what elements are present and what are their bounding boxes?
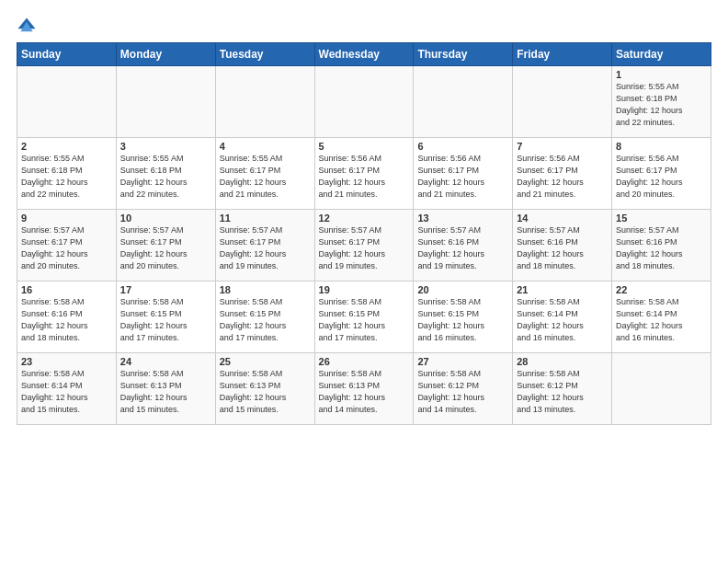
calendar-cell: 11Sunrise: 5:57 AM Sunset: 6:17 PM Dayli…: [215, 210, 314, 282]
calendar-cell: 21Sunrise: 5:58 AM Sunset: 6:14 PM Dayli…: [513, 282, 612, 353]
calendar-cell: 3Sunrise: 5:55 AM Sunset: 6:18 PM Daylig…: [116, 138, 215, 210]
calendar-cell: 15Sunrise: 5:57 AM Sunset: 6:16 PM Dayli…: [612, 210, 711, 282]
day-info: Sunrise: 5:58 AM Sunset: 6:15 PM Dayligh…: [319, 296, 410, 344]
day-info: Sunrise: 5:58 AM Sunset: 6:14 PM Dayligh…: [21, 368, 112, 416]
day-header-sunday: Sunday: [17, 43, 117, 66]
week-row-2: 2Sunrise: 5:55 AM Sunset: 6:18 PM Daylig…: [17, 138, 711, 210]
day-number: 12: [319, 213, 410, 224]
calendar-cell: 25Sunrise: 5:58 AM Sunset: 6:13 PM Dayli…: [215, 353, 314, 425]
day-number: 16: [21, 284, 112, 295]
calendar-cell: [414, 66, 513, 138]
day-info: Sunrise: 5:55 AM Sunset: 6:18 PM Dayligh…: [616, 81, 707, 129]
day-info: Sunrise: 5:57 AM Sunset: 6:17 PM Dayligh…: [120, 224, 211, 272]
day-number: 13: [417, 213, 508, 224]
calendar-cell: 24Sunrise: 5:58 AM Sunset: 6:13 PM Dayli…: [116, 353, 215, 425]
calendar-cell: 20Sunrise: 5:58 AM Sunset: 6:15 PM Dayli…: [414, 282, 513, 353]
calendar-cell: 1Sunrise: 5:55 AM Sunset: 6:18 PM Daylig…: [612, 66, 711, 138]
calendar-cell: 9Sunrise: 5:57 AM Sunset: 6:17 PM Daylig…: [17, 210, 117, 282]
day-info: Sunrise: 5:57 AM Sunset: 6:17 PM Dayligh…: [319, 224, 410, 272]
day-info: Sunrise: 5:56 AM Sunset: 6:17 PM Dayligh…: [417, 153, 508, 201]
day-info: Sunrise: 5:56 AM Sunset: 6:17 PM Dayligh…: [517, 153, 608, 201]
calendar-cell: 23Sunrise: 5:58 AM Sunset: 6:14 PM Dayli…: [17, 353, 117, 425]
day-info: Sunrise: 5:55 AM Sunset: 6:18 PM Dayligh…: [21, 153, 112, 201]
day-header-thursday: Thursday: [414, 43, 513, 66]
day-number: 4: [220, 141, 311, 152]
day-number: 24: [120, 356, 211, 367]
calendar-cell: 6Sunrise: 5:56 AM Sunset: 6:17 PM Daylig…: [414, 138, 513, 210]
day-info: Sunrise: 5:58 AM Sunset: 6:14 PM Dayligh…: [616, 296, 707, 344]
day-info: Sunrise: 5:56 AM Sunset: 6:17 PM Dayligh…: [616, 153, 707, 201]
day-info: Sunrise: 5:58 AM Sunset: 6:15 PM Dayligh…: [120, 296, 211, 344]
day-number: 17: [120, 284, 211, 295]
calendar-cell: 14Sunrise: 5:57 AM Sunset: 6:16 PM Dayli…: [513, 210, 612, 282]
calendar-cell: 7Sunrise: 5:56 AM Sunset: 6:17 PM Daylig…: [513, 138, 612, 210]
day-info: Sunrise: 5:58 AM Sunset: 6:15 PM Dayligh…: [220, 296, 311, 344]
day-info: Sunrise: 5:57 AM Sunset: 6:16 PM Dayligh…: [517, 224, 608, 272]
day-info: Sunrise: 5:55 AM Sunset: 6:17 PM Dayligh…: [220, 153, 311, 201]
day-number: 26: [319, 356, 410, 367]
day-info: Sunrise: 5:58 AM Sunset: 6:15 PM Dayligh…: [417, 296, 508, 344]
day-number: 1: [616, 69, 707, 80]
day-info: Sunrise: 5:58 AM Sunset: 6:13 PM Dayligh…: [319, 368, 410, 416]
calendar-cell: 12Sunrise: 5:57 AM Sunset: 6:17 PM Dayli…: [314, 210, 414, 282]
day-number: 3: [120, 141, 211, 152]
calendar-cell: [215, 66, 314, 138]
calendar-cell: [17, 66, 117, 138]
day-number: 15: [616, 213, 707, 224]
week-row-3: 9Sunrise: 5:57 AM Sunset: 6:17 PM Daylig…: [17, 210, 711, 282]
day-number: 25: [220, 356, 311, 367]
day-number: 2: [21, 141, 112, 152]
calendar-cell: 28Sunrise: 5:58 AM Sunset: 6:12 PM Dayli…: [513, 353, 612, 425]
calendar-cell: [116, 66, 215, 138]
day-info: Sunrise: 5:58 AM Sunset: 6:12 PM Dayligh…: [517, 368, 608, 416]
calendar-cell: 18Sunrise: 5:58 AM Sunset: 6:15 PM Dayli…: [215, 282, 314, 353]
day-info: Sunrise: 5:56 AM Sunset: 6:17 PM Dayligh…: [319, 153, 410, 201]
calendar-cell: 2Sunrise: 5:55 AM Sunset: 6:18 PM Daylig…: [17, 138, 117, 210]
day-number: 10: [120, 213, 211, 224]
day-info: Sunrise: 5:57 AM Sunset: 6:16 PM Dayligh…: [417, 224, 508, 272]
logo-icon: [17, 17, 37, 37]
main-container: SundayMondayTuesdayWednesdayThursdayFrid…: [0, 0, 728, 434]
day-header-tuesday: Tuesday: [215, 43, 314, 66]
calendar-cell: 22Sunrise: 5:58 AM Sunset: 6:14 PM Dayli…: [612, 282, 711, 353]
day-number: 23: [21, 356, 112, 367]
calendar-cell: 8Sunrise: 5:56 AM Sunset: 6:17 PM Daylig…: [612, 138, 711, 210]
day-header-wednesday: Wednesday: [314, 43, 414, 66]
calendar-table: SundayMondayTuesdayWednesdayThursdayFrid…: [17, 42, 711, 425]
logo: [17, 17, 40, 37]
day-number: 6: [417, 141, 508, 152]
day-info: Sunrise: 5:55 AM Sunset: 6:18 PM Dayligh…: [120, 153, 211, 201]
calendar-cell: 4Sunrise: 5:55 AM Sunset: 6:17 PM Daylig…: [215, 138, 314, 210]
day-header-saturday: Saturday: [612, 43, 711, 66]
header: [17, 17, 711, 37]
day-info: Sunrise: 5:58 AM Sunset: 6:16 PM Dayligh…: [21, 296, 112, 344]
day-number: 27: [417, 356, 508, 367]
day-number: 22: [616, 284, 707, 295]
week-row-4: 16Sunrise: 5:58 AM Sunset: 6:16 PM Dayli…: [17, 282, 711, 353]
calendar-cell: 10Sunrise: 5:57 AM Sunset: 6:17 PM Dayli…: [116, 210, 215, 282]
week-row-5: 23Sunrise: 5:58 AM Sunset: 6:14 PM Dayli…: [17, 353, 711, 425]
day-number: 20: [417, 284, 508, 295]
day-info: Sunrise: 5:57 AM Sunset: 6:17 PM Dayligh…: [21, 224, 112, 272]
calendar-cell: 5Sunrise: 5:56 AM Sunset: 6:17 PM Daylig…: [314, 138, 414, 210]
day-info: Sunrise: 5:58 AM Sunset: 6:12 PM Dayligh…: [417, 368, 508, 416]
days-header-row: SundayMondayTuesdayWednesdayThursdayFrid…: [17, 43, 711, 66]
calendar-cell: 13Sunrise: 5:57 AM Sunset: 6:16 PM Dayli…: [414, 210, 513, 282]
day-info: Sunrise: 5:57 AM Sunset: 6:17 PM Dayligh…: [220, 224, 311, 272]
day-info: Sunrise: 5:58 AM Sunset: 6:13 PM Dayligh…: [220, 368, 311, 416]
day-number: 11: [220, 213, 311, 224]
calendar-cell: [314, 66, 414, 138]
day-info: Sunrise: 5:57 AM Sunset: 6:16 PM Dayligh…: [616, 224, 707, 272]
day-number: 18: [220, 284, 311, 295]
calendar-cell: 17Sunrise: 5:58 AM Sunset: 6:15 PM Dayli…: [116, 282, 215, 353]
day-info: Sunrise: 5:58 AM Sunset: 6:14 PM Dayligh…: [517, 296, 608, 344]
day-number: 5: [319, 141, 410, 152]
day-header-friday: Friday: [513, 43, 612, 66]
day-number: 19: [319, 284, 410, 295]
calendar-cell: 19Sunrise: 5:58 AM Sunset: 6:15 PM Dayli…: [314, 282, 414, 353]
day-number: 8: [616, 141, 707, 152]
week-row-1: 1Sunrise: 5:55 AM Sunset: 6:18 PM Daylig…: [17, 66, 711, 138]
calendar-cell: 26Sunrise: 5:58 AM Sunset: 6:13 PM Dayli…: [314, 353, 414, 425]
day-number: 9: [21, 213, 112, 224]
calendar-cell: 27Sunrise: 5:58 AM Sunset: 6:12 PM Dayli…: [414, 353, 513, 425]
